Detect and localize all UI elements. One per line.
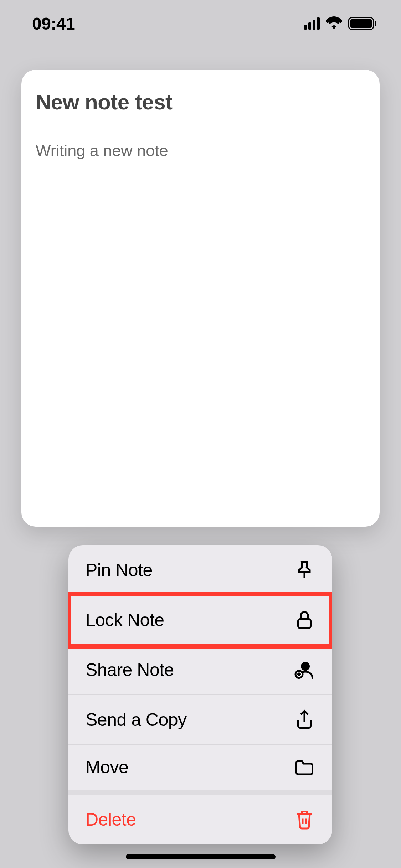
note-preview-card[interactable]: New note test Writing a new note <box>21 70 380 527</box>
note-body: Writing a new note <box>36 141 365 160</box>
pin-icon <box>294 559 315 581</box>
menu-label: Lock Note <box>86 610 164 630</box>
menu-label: Delete <box>86 809 136 830</box>
svg-rect-0 <box>298 619 311 628</box>
trash-icon <box>294 809 315 830</box>
svg-point-1 <box>302 663 309 670</box>
menu-item-delete[interactable]: Delete <box>68 795 332 844</box>
share-icon <box>294 709 315 730</box>
menu-item-send-a-copy[interactable]: Send a Copy <box>68 695 332 745</box>
lock-icon <box>294 609 315 631</box>
cellular-signal-icon <box>304 17 320 30</box>
status-icons <box>304 16 376 31</box>
menu-label: Pin Note <box>86 560 153 580</box>
menu-item-move[interactable]: Move <box>68 745 332 795</box>
home-indicator[interactable] <box>126 854 276 859</box>
folder-icon <box>294 756 315 778</box>
menu-label: Share Note <box>86 660 174 680</box>
note-title: New note test <box>36 90 365 114</box>
context-menu: Pin Note Lock Note Share Note <box>68 545 332 844</box>
menu-item-lock-note[interactable]: Lock Note <box>68 595 332 645</box>
menu-label: Send a Copy <box>86 709 187 730</box>
menu-label: Move <box>86 757 128 777</box>
menu-item-share-note[interactable]: Share Note <box>68 645 332 695</box>
status-bar: 09:41 <box>0 0 401 47</box>
battery-icon <box>348 17 376 30</box>
status-time: 09:41 <box>32 14 75 33</box>
menu-item-pin-note[interactable]: Pin Note <box>68 545 332 595</box>
wifi-icon <box>325 16 343 31</box>
person-add-icon <box>294 659 315 681</box>
